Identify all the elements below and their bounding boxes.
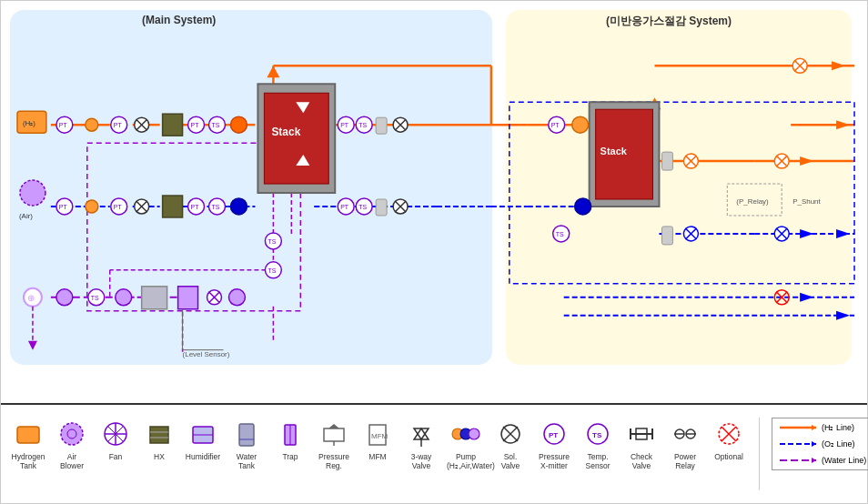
svg-rect-58 bbox=[163, 114, 183, 136]
svg-text:(Level Sensor): (Level Sensor) bbox=[183, 350, 230, 358]
svg-text:PT: PT bbox=[549, 431, 558, 439]
diagram-svg: (P_Relay) P_Shunt (H₂) (Air) PT PT bbox=[1, 1, 867, 403]
legend-item-trap: Trap bbox=[272, 418, 308, 461]
svg-marker-144 bbox=[836, 229, 850, 238]
legend-item-check-valve: CheckValve bbox=[623, 418, 660, 470]
svg-point-185 bbox=[469, 428, 479, 439]
legend-area: HydrogenTank AirBlower bbox=[1, 403, 867, 503]
svg-text:TS: TS bbox=[212, 122, 220, 128]
svg-text:Stack: Stack bbox=[601, 146, 628, 156]
check-valve-icon bbox=[625, 418, 658, 450]
hydrogen-tank-icon bbox=[12, 418, 45, 450]
svg-point-79 bbox=[86, 200, 98, 213]
svg-text:TS: TS bbox=[592, 431, 602, 439]
svg-text:TS: TS bbox=[358, 122, 367, 128]
svg-rect-73 bbox=[376, 117, 387, 134]
legend-label-pressure-reg: PressureReg. bbox=[318, 452, 349, 470]
legend-label-sol-valve: Sol.Valve bbox=[501, 452, 520, 470]
diagram-area: (Main System) (미반응가스절감 System) bbox=[1, 1, 867, 403]
svg-rect-128 bbox=[661, 152, 672, 170]
legend-lines: (H₂ Line) (O₂ Line) (Water Line) bbox=[772, 418, 868, 470]
legend-label-air-blower: AirBlower bbox=[60, 452, 84, 470]
legend-item-sol-valve: Sol.Valve bbox=[492, 418, 529, 470]
pressure-xmitter-icon: PT bbox=[538, 418, 570, 450]
pump-icon bbox=[449, 418, 482, 450]
legend-item-pressure-reg: PressureReg. bbox=[316, 418, 352, 470]
svg-text:PT: PT bbox=[59, 122, 68, 128]
svg-text:TS: TS bbox=[358, 204, 367, 210]
svg-rect-148 bbox=[661, 227, 672, 245]
legend-item-fan: Fan bbox=[97, 418, 134, 461]
svg-rect-166 bbox=[150, 427, 168, 443]
svg-point-159 bbox=[61, 423, 83, 445]
svg-marker-157 bbox=[836, 311, 850, 320]
trap-icon bbox=[274, 418, 307, 450]
legend-label-fan: Fan bbox=[109, 452, 123, 461]
svg-marker-180 bbox=[414, 428, 429, 439]
legend-item-mfm: MFM MFM bbox=[359, 418, 396, 461]
legend-label-mfm: MFM bbox=[368, 452, 386, 461]
legend-item-humidifier: Humidifier bbox=[185, 418, 221, 461]
svg-text:PT: PT bbox=[114, 122, 123, 128]
fan-icon bbox=[99, 418, 132, 450]
svg-text:TS: TS bbox=[267, 238, 276, 245]
svg-text:TS: TS bbox=[212, 204, 220, 210]
legend-divider bbox=[759, 418, 760, 490]
svg-point-106 bbox=[116, 289, 132, 306]
legend-label-check-valve: CheckValve bbox=[631, 452, 652, 470]
svg-text:⊕: ⊕ bbox=[27, 293, 35, 303]
svg-point-101 bbox=[56, 289, 73, 306]
power-relay-icon bbox=[669, 418, 701, 450]
svg-marker-152 bbox=[832, 61, 845, 70]
hx-icon bbox=[143, 418, 176, 450]
svg-marker-209 bbox=[812, 458, 816, 463]
temp-sensor-icon: TS bbox=[581, 418, 614, 450]
svg-text:PT: PT bbox=[59, 204, 68, 210]
svg-text:PT: PT bbox=[191, 204, 200, 210]
svg-point-112 bbox=[228, 289, 245, 306]
pressure-reg-icon bbox=[318, 418, 350, 450]
svg-rect-97 bbox=[376, 199, 387, 216]
svg-text:PT: PT bbox=[114, 204, 123, 210]
svg-text:PT: PT bbox=[191, 122, 200, 128]
svg-text:PT: PT bbox=[551, 122, 560, 128]
svg-text:MFM: MFM bbox=[371, 432, 389, 440]
legend-item-3way-valve: 3-wayValve bbox=[403, 418, 439, 470]
svg-marker-135 bbox=[800, 156, 813, 166]
svg-rect-108 bbox=[178, 287, 198, 309]
legend-items: HydrogenTank AirBlower bbox=[10, 418, 868, 490]
svg-text:TS: TS bbox=[267, 267, 276, 274]
svg-text:(P_Relay): (P_Relay) bbox=[736, 197, 769, 206]
legend-line-h2-label: (H₂ Line) bbox=[822, 423, 854, 432]
svg-marker-118 bbox=[267, 66, 279, 77]
3way-valve-icon bbox=[405, 418, 438, 450]
legend-label-humidifier: Humidifier bbox=[186, 452, 220, 461]
svg-text:PT: PT bbox=[340, 122, 349, 128]
legend-label-trap: Trap bbox=[282, 452, 298, 461]
mfm-icon: MFM bbox=[361, 418, 394, 450]
svg-point-52 bbox=[86, 118, 98, 131]
svg-marker-176 bbox=[328, 424, 339, 428]
legend-label-hydrogen-tank: HydrogenTank bbox=[12, 452, 45, 470]
legend-item-power-relay: PowerRelay bbox=[667, 418, 703, 470]
air-blower-icon bbox=[56, 418, 88, 450]
legend-item-pressure-xmitter: PT PressureX-mitter bbox=[536, 418, 572, 470]
svg-text:(H₂): (H₂) bbox=[23, 119, 35, 127]
svg-rect-175 bbox=[324, 428, 344, 441]
legend-label-optional: Optional bbox=[714, 452, 743, 461]
legend-item-hx: HX bbox=[141, 418, 177, 461]
svg-marker-181 bbox=[414, 428, 429, 439]
svg-marker-207 bbox=[812, 441, 816, 447]
legend-label-power-relay: PowerRelay bbox=[674, 452, 696, 470]
legend-item-pump: Pump(H₂,Air,Water) bbox=[447, 418, 485, 470]
legend-line-water: (Water Line) bbox=[780, 456, 868, 465]
svg-text:(Air): (Air) bbox=[19, 212, 33, 220]
legend-item-water-tank: WaterTank bbox=[228, 418, 265, 470]
water-tank-icon bbox=[230, 418, 263, 450]
legend-item-temp-sensor: TS Temp.Sensor bbox=[580, 418, 616, 470]
svg-text:PT: PT bbox=[340, 204, 349, 210]
legend-item-optional: Optional bbox=[711, 418, 747, 461]
svg-rect-85 bbox=[163, 196, 183, 217]
svg-rect-171 bbox=[239, 424, 254, 446]
svg-point-125 bbox=[572, 116, 589, 133]
